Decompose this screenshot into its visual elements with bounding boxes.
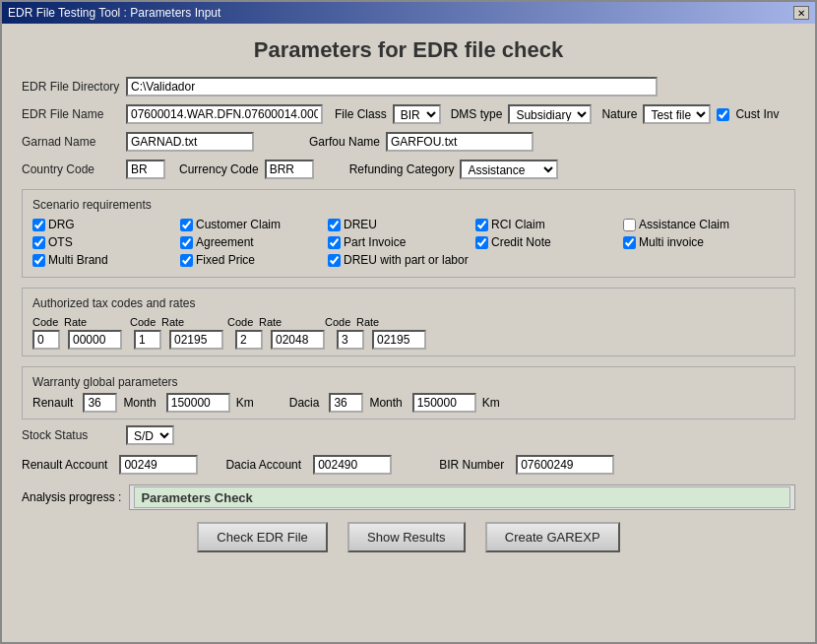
tax-rate-header-2: Rate <box>259 316 313 328</box>
tax-groupbox: Authorized tax codes and rates Code Rate… <box>22 288 795 356</box>
rci-claim-item: RCI Claim <box>475 218 603 231</box>
tax-code-header-0: Code <box>32 316 60 328</box>
scenario-row-1: DRG Customer Claim DREU RCI Claim Assist… <box>32 218 785 231</box>
credit-note-checkbox[interactable] <box>475 236 488 249</box>
fixed-price-label: Fixed Price <box>196 253 255 267</box>
renault-label: Renault <box>32 396 73 410</box>
dreu-item: DREU <box>328 218 456 231</box>
part-invoice-checkbox[interactable] <box>328 236 341 249</box>
analysis-label: Analysis progress : <box>22 490 121 504</box>
tax-rate-header-1: Rate <box>161 316 216 328</box>
ots-item: OTS <box>32 235 160 249</box>
currency-label: Currency Code <box>179 162 259 176</box>
progress-bar-container: Parameters Check <box>129 484 795 510</box>
ots-checkbox[interactable] <box>32 236 45 249</box>
ots-label: OTS <box>48 235 73 249</box>
bir-number-input[interactable] <box>516 455 614 475</box>
cust-inv-checkbox[interactable] <box>717 108 729 121</box>
dms-type-select[interactable]: Subsidiary <box>508 104 592 124</box>
edr-file-label: EDR File Name <box>22 107 120 121</box>
edr-dir-label: EDR File Directory <box>22 80 120 94</box>
dacia-km-input[interactable] <box>412 393 476 413</box>
country-label: Country Code <box>22 162 120 176</box>
tax-rate-2[interactable] <box>271 330 325 350</box>
tax-values-row <box>32 330 785 350</box>
garfou-input[interactable] <box>386 132 534 152</box>
dacia-account-input[interactable] <box>313 455 392 475</box>
tax-code-0[interactable] <box>32 330 60 350</box>
dreu-part-labor-checkbox[interactable] <box>328 254 341 267</box>
dreu-part-labor-label: DREU with part or labor <box>344 253 469 267</box>
country-row: Country Code Currency Code Refunding Cat… <box>22 160 795 179</box>
show-results-button[interactable]: Show Results <box>347 522 466 552</box>
multi-brand-checkbox[interactable] <box>32 254 45 267</box>
tax-title: Authorized tax codes and rates <box>32 296 785 310</box>
agreement-item: Agreement <box>180 235 308 249</box>
currency-input[interactable] <box>265 160 314 179</box>
tax-code-header-3: Code <box>325 316 352 328</box>
tax-code-2[interactable] <box>235 330 263 350</box>
edr-dir-input[interactable] <box>126 77 658 97</box>
edr-file-input[interactable] <box>126 104 323 124</box>
garnad-row: Garnad Name Garfou Name <box>22 132 795 152</box>
tax-rate-0[interactable] <box>68 330 122 350</box>
customer-claim-checkbox[interactable] <box>180 219 193 231</box>
tax-code-1[interactable] <box>134 330 161 350</box>
multi-brand-label: Multi Brand <box>48 253 108 267</box>
garnad-label: Garnad Name <box>22 135 120 149</box>
create-garexp-button[interactable]: Create GAREXP <box>485 522 620 552</box>
scenario-groupbox: Scenario requirements DRG Customer Claim… <box>22 189 795 278</box>
file-class-select[interactable]: BIR <box>393 104 441 124</box>
warranty-title: Warranty global parameters <box>32 375 785 389</box>
fixed-price-item: Fixed Price <box>180 253 308 267</box>
fixed-price-checkbox[interactable] <box>180 254 193 267</box>
scenario-title: Scenario requirements <box>32 198 785 212</box>
country-input[interactable] <box>126 160 165 179</box>
garfou-label: Garfou Name <box>309 135 380 149</box>
account-row: Renault Account Dacia Account BIR Number <box>22 455 795 475</box>
cust-inv-label: Cust Inv <box>735 107 779 121</box>
progress-text: Parameters Check <box>141 490 252 505</box>
credit-note-label: Credit Note <box>491 235 551 249</box>
renault-account-input[interactable] <box>119 455 198 475</box>
rci-claim-checkbox[interactable] <box>475 219 488 231</box>
dreu-checkbox[interactable] <box>328 219 341 231</box>
edr-dir-row: EDR File Directory <box>22 77 795 97</box>
bir-number-label: BIR Number <box>439 458 504 472</box>
tax-rate-3[interactable] <box>372 330 426 350</box>
drg-checkbox[interactable] <box>32 219 45 231</box>
credit-note-item: Credit Note <box>475 235 603 249</box>
assistance-claim-checkbox[interactable] <box>623 219 636 231</box>
agreement-checkbox[interactable] <box>180 236 193 249</box>
renault-account-label: Renault Account <box>22 458 107 472</box>
renault-km-input[interactable] <box>166 393 230 413</box>
dacia-month-input[interactable] <box>329 393 363 413</box>
multi-brand-item: Multi Brand <box>32 253 160 267</box>
garnad-input[interactable] <box>126 132 254 152</box>
check-edr-button[interactable]: Check EDR File <box>197 522 327 552</box>
multi-invoice-item: Multi invoice <box>623 235 751 249</box>
customer-claim-label: Customer Claim <box>196 218 281 231</box>
refunding-label: Refunding Category <box>349 162 455 176</box>
rci-claim-label: RCI Claim <box>491 218 545 231</box>
tax-code-3[interactable] <box>337 330 364 350</box>
button-row: Check EDR File Show Results Create GAREX… <box>22 522 795 552</box>
nature-select[interactable]: Test file <box>643 104 711 124</box>
dreu-part-labor-item: DREU with part or labor <box>328 253 525 267</box>
main-window: EDR File Testing Tool : Parameters Input… <box>0 0 817 644</box>
stock-select[interactable]: S/D <box>126 425 174 445</box>
drg-label: DRG <box>48 218 75 231</box>
customer-claim-item: Customer Claim <box>180 218 308 231</box>
content-area: Parameters for EDR file check EDR File D… <box>2 24 815 642</box>
multi-invoice-checkbox[interactable] <box>623 236 636 249</box>
tax-code-header-2: Code <box>227 316 255 328</box>
renault-km-label: Km <box>236 396 254 410</box>
renault-month-input[interactable] <box>83 393 117 413</box>
tax-rate-1[interactable] <box>169 330 223 350</box>
scenario-row-3: Multi Brand Fixed Price DREU with part o… <box>32 253 785 267</box>
refunding-select[interactable]: Assistance <box>460 160 558 179</box>
scenario-row-2: OTS Agreement Part Invoice Credit Note M… <box>32 235 785 249</box>
stock-label: Stock Status <box>22 428 120 442</box>
edr-file-row: EDR File Name File Class BIR DMS type Su… <box>22 104 795 124</box>
close-button[interactable]: ✕ <box>793 6 809 20</box>
